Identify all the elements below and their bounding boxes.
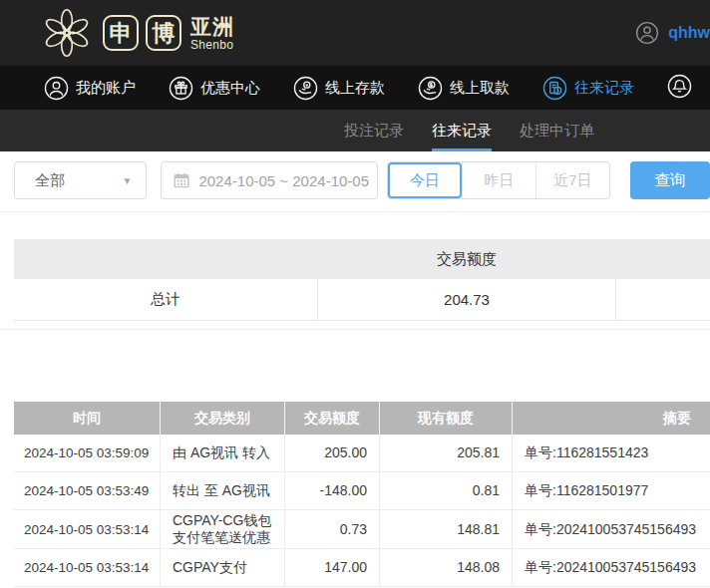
cell-time: 2024-10-05 03:53:14 bbox=[14, 510, 160, 548]
table-row: 2024-10-05 03:59:09 由 AG视讯 转入 205.00 205… bbox=[14, 435, 710, 472]
last-7-days-button[interactable]: 近7日 bbox=[535, 162, 609, 198]
tab-transaction-records[interactable]: 往来记录 bbox=[432, 110, 492, 151]
yesterday-button[interactable]: 昨日 bbox=[462, 162, 535, 198]
brand-region: 亚洲 bbox=[190, 16, 234, 37]
column-header-memo: 摘要 bbox=[512, 402, 710, 435]
user-icon bbox=[44, 76, 69, 101]
cell-balance: 148.81 bbox=[379, 510, 512, 548]
filter-toolbar: 全部 ▼ 2024-10-05 ~ 2024-10-05 今日 昨 bbox=[14, 161, 710, 199]
summary-total-value: 204.73 bbox=[317, 279, 616, 320]
summary-column-header: 交易额度 bbox=[317, 239, 616, 279]
nav-item-transaction-records[interactable]: 往来记录 bbox=[542, 76, 634, 101]
today-button[interactable]: 今日 bbox=[388, 162, 462, 198]
brand-logo[interactable]: 申 博 亚洲 Shenbo bbox=[38, 4, 234, 62]
button-label: 昨日 bbox=[485, 171, 515, 190]
nav-item-promotions[interactable]: 优惠中心 bbox=[169, 76, 260, 101]
column-header-time: 时间 bbox=[14, 402, 160, 435]
cell-memo: 单号:116281501977 bbox=[512, 472, 710, 509]
table-row: 2024-10-05 03:53:14 CGPAY-CG钱包支付笔笔送优惠 0.… bbox=[14, 510, 710, 549]
brand-char-bo: 博 bbox=[146, 15, 181, 51]
cell-time: 2024-10-05 03:53:49 bbox=[14, 472, 160, 509]
cell-type: 由 AG视讯 转入 bbox=[160, 435, 284, 471]
nav-label: 我的账户 bbox=[76, 79, 136, 98]
summary-header-row: 交易额度 bbox=[14, 239, 710, 279]
cell-type: CGPAY-CG钱包支付笔笔送优惠 bbox=[160, 510, 284, 548]
cell-type: CGPAY支付 bbox=[160, 549, 284, 586]
transactions-table: 时间 交易类别 交易额度 现有额度 摘要 2024-10-05 03:59:09… bbox=[14, 402, 710, 587]
top-header: 申 博 亚洲 Shenbo qhhwz bbox=[0, 0, 710, 66]
category-select-value: 全部 bbox=[35, 171, 65, 190]
summary-total-row: 总计 204.73 bbox=[14, 279, 710, 321]
tab-label: 处理中订单 bbox=[520, 122, 594, 151]
nav-item-withdraw[interactable]: 线上取款 bbox=[418, 76, 510, 101]
notifications-bell[interactable] bbox=[667, 74, 692, 103]
nav-label: 线上取款 bbox=[450, 79, 510, 98]
column-header-amount: 交易额度 bbox=[284, 402, 379, 435]
transaction-records-page: 申 博 亚洲 Shenbo qhhwz bbox=[0, 0, 710, 588]
summary-total-label: 总计 bbox=[14, 279, 317, 320]
brand-char-shen: 申 bbox=[103, 15, 139, 51]
cell-memo: 单号:202410053745156493 bbox=[512, 510, 710, 548]
cell-memo: 单号:116281551423 bbox=[512, 435, 710, 471]
brand-name-latin: Shenbo bbox=[190, 39, 234, 51]
cell-time: 2024-10-05 03:59:09 bbox=[14, 435, 160, 471]
brand-wordmark: 亚洲 Shenbo bbox=[190, 16, 234, 51]
chevron-down-icon: ▼ bbox=[123, 175, 133, 186]
flower-logo-icon bbox=[38, 4, 96, 62]
tab-betting-records[interactable]: 投注记录 bbox=[344, 110, 404, 151]
divider bbox=[0, 211, 710, 212]
main-navigation: 我的账户 优惠中心 bbox=[0, 66, 710, 110]
nav-label: 线上存款 bbox=[325, 79, 385, 98]
category-select[interactable]: 全部 ▼ bbox=[14, 161, 147, 199]
date-range-input[interactable]: 2024-10-05 ~ 2024-10-05 bbox=[161, 161, 378, 199]
username[interactable]: qhhwz bbox=[668, 24, 710, 42]
summary-empty-cell bbox=[616, 279, 710, 320]
tab-processing-orders[interactable]: 处理中订单 bbox=[520, 110, 594, 151]
nav-label: 优惠中心 bbox=[200, 79, 260, 98]
date-range-value: 2024-10-05 ~ 2024-10-05 bbox=[198, 172, 369, 189]
nav-item-deposit[interactable]: 线上存款 bbox=[293, 76, 385, 101]
record-tabs: 投注记录 往来记录 处理中订单 bbox=[0, 110, 710, 151]
gift-icon bbox=[169, 76, 193, 101]
divider bbox=[0, 329, 710, 330]
user-avatar-icon bbox=[635, 21, 659, 45]
records-icon bbox=[542, 76, 567, 101]
nav-item-my-account[interactable]: 我的账户 bbox=[44, 76, 136, 101]
summary-table: 交易额度 总计 204.73 bbox=[14, 239, 710, 321]
quick-date-buttons: 今日 昨日 近7日 bbox=[387, 161, 610, 199]
cell-balance: 0.81 bbox=[379, 472, 512, 509]
withdraw-icon bbox=[418, 76, 443, 101]
transactions-header-row: 时间 交易类别 交易额度 现有额度 摘要 bbox=[14, 402, 710, 435]
cell-amount: -148.00 bbox=[284, 472, 379, 509]
bell-icon bbox=[667, 74, 692, 103]
cell-time: 2024-10-05 03:53:14 bbox=[14, 549, 160, 586]
deposit-icon bbox=[293, 76, 318, 101]
search-button[interactable]: 查询 bbox=[630, 161, 710, 199]
tab-label: 投注记录 bbox=[344, 122, 404, 151]
column-header-type: 交易类别 bbox=[160, 402, 284, 435]
table-row: 2024-10-05 03:53:49 转出 至 AG视讯 -148.00 0.… bbox=[14, 472, 710, 510]
cell-amount: 0.73 bbox=[284, 510, 379, 548]
cell-amount: 205.00 bbox=[284, 435, 379, 471]
calendar-icon bbox=[174, 172, 189, 188]
button-label: 今日 bbox=[410, 171, 440, 190]
column-header-balance: 现有额度 bbox=[379, 402, 512, 435]
cell-type: 转出 至 AG视讯 bbox=[160, 472, 284, 509]
user-account[interactable]: qhhwz bbox=[635, 21, 710, 45]
button-label: 近7日 bbox=[553, 171, 591, 190]
cell-memo: 单号:202410053745156493 bbox=[512, 549, 710, 586]
table-row: 2024-10-05 03:53:14 CGPAY支付 147.00 148.0… bbox=[14, 549, 710, 587]
cell-amount: 147.00 bbox=[284, 549, 379, 586]
cell-balance: 148.08 bbox=[379, 549, 512, 586]
cell-balance: 205.81 bbox=[379, 435, 512, 471]
tab-label: 往来记录 bbox=[432, 122, 492, 151]
nav-label: 往来记录 bbox=[574, 79, 634, 98]
